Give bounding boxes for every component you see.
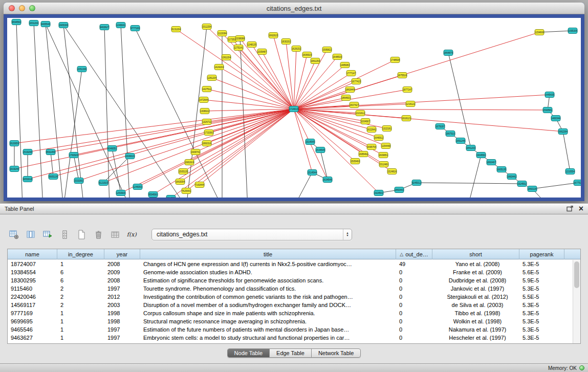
- graph-node[interactable]: 1505493: [351, 159, 360, 164]
- graph-node[interactable]: 1860467: [487, 160, 496, 165]
- tab-network-table[interactable]: Network Table: [312, 349, 361, 357]
- import-table-icon[interactable]: [110, 229, 121, 240]
- graph-node[interactable]: 1524816: [387, 169, 397, 174]
- graph-node[interactable]: 1891246: [456, 138, 465, 144]
- tab-node-table[interactable]: Node Table: [228, 349, 270, 357]
- graph-node[interactable]: 1863449: [345, 87, 355, 93]
- table-row[interactable]: 2242004622012Investigating the contribut…: [8, 293, 573, 301]
- graph-node[interactable]: 1460344: [551, 116, 560, 121]
- window-titlebar[interactable]: citations_edges.txt: [4, 3, 584, 14]
- graph-node[interactable]: 1248135: [247, 42, 256, 48]
- graph-node[interactable]: 9465546: [41, 21, 50, 27]
- table-row[interactable]: 1938455462009Genome-wide association stu…: [8, 268, 573, 276]
- column-header-year[interactable]: year: [104, 249, 140, 259]
- table-row[interactable]: 911546021997Tourette syndrome. Phenomeno…: [8, 285, 573, 293]
- graph-node[interactable]: 1860316: [202, 141, 211, 146]
- graph-node[interactable]: 1253904: [116, 190, 125, 196]
- graph-node[interactable]: 2051336: [77, 67, 86, 72]
- graph-node[interactable]: 1246641: [116, 23, 125, 28]
- graph-node[interactable]: 1864601: [341, 95, 351, 101]
- graph-node[interactable]: 1864879: [444, 50, 453, 56]
- graph-node[interactable]: 1321612: [356, 111, 365, 116]
- graph-node[interactable]: 1679197: [435, 124, 445, 129]
- graph-node[interactable]: 1924501: [374, 190, 383, 196]
- graph-node[interactable]: 1805135: [497, 167, 506, 172]
- graph-node[interactable]: 1472644: [199, 97, 208, 103]
- table-row[interactable]: 1830029562008Estimation of significance …: [8, 276, 573, 285]
- graph-node[interactable]: 1519296: [23, 149, 32, 155]
- graph-node[interactable]: 9053018: [23, 177, 32, 182]
- graph-node[interactable]: 1905306: [59, 23, 68, 28]
- graph-node[interactable]: 1830202: [281, 39, 291, 45]
- graph-node[interactable]: 1606919: [302, 52, 312, 58]
- graph-node[interactable]: 1445435: [545, 92, 554, 98]
- graph-node[interactable]: 9121919: [99, 180, 108, 186]
- graph-node[interactable]: 1275141: [234, 45, 243, 51]
- graph-node[interactable]: 1427512: [202, 86, 211, 92]
- graph-node[interactable]: 1505135: [179, 169, 188, 174]
- table-source-select[interactable]: citations_edges.txt ▲▼: [151, 229, 352, 240]
- graph-node[interactable]: 1634546: [323, 177, 332, 183]
- graph-node[interactable]: 1154469: [381, 143, 390, 149]
- graph-node[interactable]: 1662264: [558, 129, 568, 135]
- graph-node[interactable]: 9694560: [12, 19, 21, 25]
- graph-node[interactable]: 1606619: [125, 154, 135, 159]
- zoom-window-button[interactable]: [29, 5, 35, 11]
- network-canvas[interactable]: 9694560183120494655461905306946362712466…: [4, 14, 584, 201]
- table-row[interactable]: 1456911722003Disruption of a novel membe…: [8, 301, 573, 309]
- graph-node[interactable]: 1677415: [352, 79, 361, 84]
- graph-node[interactable]: 1534545: [316, 147, 325, 153]
- show-columns-icon[interactable]: [25, 229, 36, 240]
- table-row[interactable]: 977716911998Corpus callosum shape and si…: [8, 309, 573, 317]
- graph-node[interactable]: 1322161: [382, 126, 391, 132]
- table-row[interactable]: 946362711997Embryonic stem cells: a mode…: [8, 334, 573, 342]
- table-scrollbar[interactable]: [573, 260, 580, 343]
- graph-node[interactable]: 1724019: [289, 106, 298, 112]
- column-header-name[interactable]: name: [8, 249, 57, 259]
- table-row[interactable]: 969969511998Structural magnetic resonanc…: [8, 317, 573, 325]
- graph-node[interactable]: 1593581: [543, 107, 552, 113]
- graph-node[interactable]: 1919246: [10, 166, 19, 172]
- graph-node[interactable]: 1424204: [214, 64, 224, 70]
- new-file-icon[interactable]: [76, 229, 87, 240]
- graph-node[interactable]: 1485083: [340, 62, 350, 68]
- graph-node[interactable]: 1595822: [322, 47, 332, 53]
- graph-node[interactable]: 1154808: [535, 30, 544, 35]
- graph-node[interactable]: 1831204: [29, 20, 38, 26]
- graph-node[interactable]: 1512254: [202, 24, 211, 30]
- graph-node[interactable]: 1914545: [306, 139, 315, 145]
- delete-icon[interactable]: [93, 229, 104, 240]
- graph-node[interactable]: 1361204: [222, 55, 231, 60]
- graph-node[interactable]: 1514544: [308, 170, 317, 176]
- graph-node[interactable]: 1646912: [374, 135, 383, 141]
- rows-icon[interactable]: [59, 229, 70, 240]
- graph-node[interactable]: 1961293: [311, 58, 320, 64]
- graph-node[interactable]: 1607427: [350, 102, 359, 108]
- graph-node[interactable]: 1281204: [207, 75, 216, 81]
- column-header-in_degree[interactable]: in_degree: [57, 249, 104, 259]
- graph-node[interactable]: 1916121: [402, 116, 411, 121]
- graph-node[interactable]: 5905139: [49, 174, 58, 180]
- graph-node[interactable]: 1777147: [346, 71, 356, 76]
- graph-node[interactable]: 1760929: [69, 152, 78, 158]
- network-canvas-svg[interactable]: 9694560183120494655461905306946362712466…: [7, 18, 581, 198]
- graph-node[interactable]: 1909741: [191, 149, 200, 155]
- graph-node[interactable]: 1685492: [359, 151, 368, 157]
- graph-node[interactable]: 1877147: [403, 87, 412, 93]
- graph-node[interactable]: 9594560: [148, 192, 158, 198]
- graph-node[interactable]: 7625441: [182, 188, 191, 194]
- graph-node[interactable]: 1981919: [185, 160, 194, 165]
- graph-node[interactable]: 9591456: [46, 149, 55, 155]
- graph-node[interactable]: 1609651: [379, 152, 388, 158]
- graph-node[interactable]: 2620659: [10, 141, 19, 146]
- graph-node[interactable]: 7163444: [195, 182, 204, 188]
- graph-node[interactable]: 1867910: [446, 131, 455, 137]
- graph-node[interactable]: 1748508: [390, 57, 400, 63]
- graph-node[interactable]: 1663094: [176, 179, 185, 185]
- graph-node[interactable]: 1622642: [367, 127, 376, 133]
- graph-node[interactable]: 1648533: [333, 54, 342, 60]
- graph-node[interactable]: 1841203: [466, 145, 475, 151]
- graph-node[interactable]: 1733363: [204, 130, 213, 136]
- graph-node[interactable]: 1326711: [202, 119, 211, 125]
- graph-node[interactable]: 1216122: [406, 101, 415, 107]
